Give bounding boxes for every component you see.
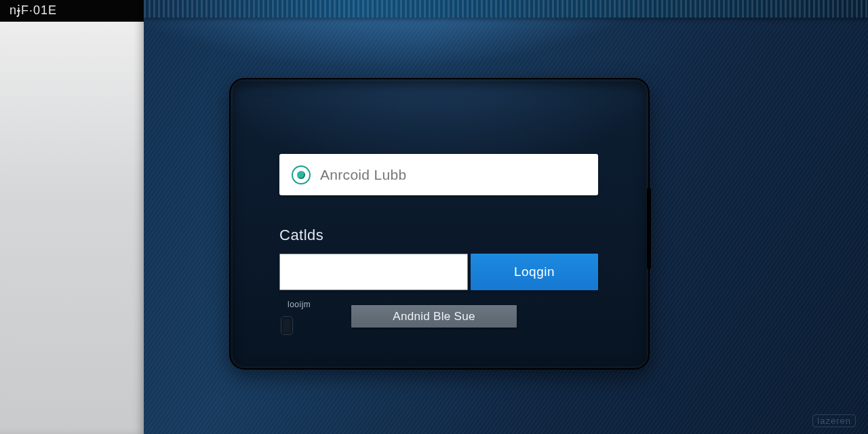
password-input[interactable] <box>279 254 468 290</box>
username-input[interactable] <box>320 167 586 183</box>
credentials-label: Catlds <box>279 226 598 244</box>
device-chip-icon <box>281 316 293 335</box>
brand-logo-text: nɉF·01E <box>9 3 57 17</box>
left-gutter <box>0 0 144 434</box>
eye-icon <box>292 165 311 184</box>
username-field-wrap[interactable] <box>279 154 598 195</box>
tablet-frame: Catlds Loqgin looijm Andnid Ble Sue <box>229 78 650 370</box>
top-banner <box>144 0 868 18</box>
android-secondary-button[interactable]: Andnid Ble Sue <box>351 305 517 328</box>
watermark: lazeren <box>812 414 856 427</box>
login-button[interactable]: Loqgin <box>471 254 598 290</box>
mini-login-label: looijm <box>288 300 311 309</box>
brand-logo: nɉF·01E <box>9 3 57 18</box>
credentials-row: Loqgin <box>279 254 598 290</box>
